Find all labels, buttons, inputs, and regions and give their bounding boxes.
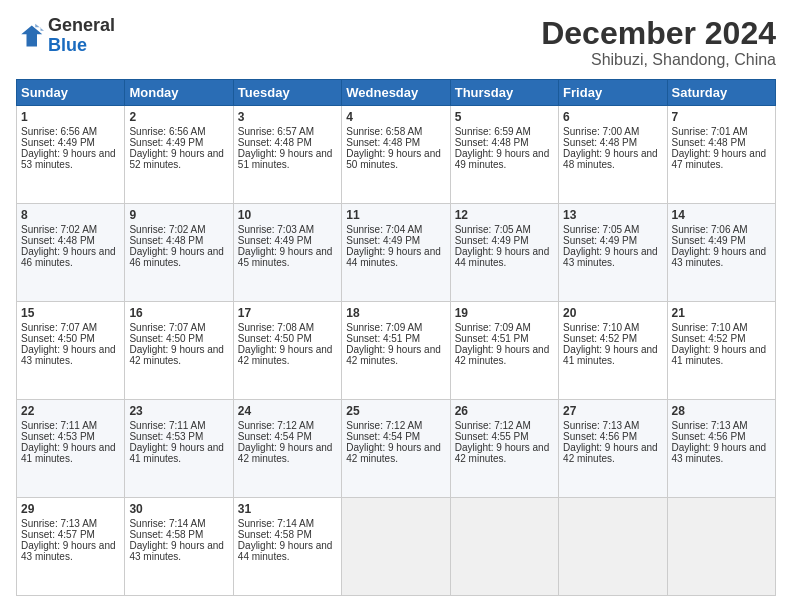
day-number: 30: [129, 502, 228, 516]
weekday-header: Saturday: [667, 80, 775, 106]
calendar-cell: 18 Sunrise: 7:09 AM Sunset: 4:51 PM Dayl…: [342, 302, 450, 400]
weekday-header: Friday: [559, 80, 667, 106]
sunset-label: Sunset: 4:49 PM: [563, 235, 637, 246]
month-title: December 2024: [541, 16, 776, 51]
calendar-cell: 15 Sunrise: 7:07 AM Sunset: 4:50 PM Dayl…: [17, 302, 125, 400]
sunset-label: Sunset: 4:51 PM: [455, 333, 529, 344]
day-number: 19: [455, 306, 554, 320]
logo-text: General Blue: [48, 16, 115, 56]
daylight-label: Daylight: 9 hours and 42 minutes.: [346, 442, 441, 464]
day-number: 25: [346, 404, 445, 418]
day-number: 18: [346, 306, 445, 320]
day-number: 22: [21, 404, 120, 418]
daylight-label: Daylight: 9 hours and 48 minutes.: [563, 148, 658, 170]
sunrise-label: Sunrise: 7:04 AM: [346, 224, 422, 235]
sunrise-label: Sunrise: 7:12 AM: [346, 420, 422, 431]
sunset-label: Sunset: 4:49 PM: [346, 235, 420, 246]
calendar-cell: 13 Sunrise: 7:05 AM Sunset: 4:49 PM Dayl…: [559, 204, 667, 302]
day-number: 1: [21, 110, 120, 124]
calendar-cell: 20 Sunrise: 7:10 AM Sunset: 4:52 PM Dayl…: [559, 302, 667, 400]
page: General Blue December 2024 Shibuzi, Shan…: [0, 0, 792, 612]
sunset-label: Sunset: 4:49 PM: [21, 137, 95, 148]
calendar: SundayMondayTuesdayWednesdayThursdayFrid…: [16, 79, 776, 596]
sunrise-label: Sunrise: 7:07 AM: [21, 322, 97, 333]
daylight-label: Daylight: 9 hours and 52 minutes.: [129, 148, 224, 170]
day-number: 4: [346, 110, 445, 124]
daylight-label: Daylight: 9 hours and 51 minutes.: [238, 148, 333, 170]
calendar-cell: [450, 498, 558, 596]
day-number: 29: [21, 502, 120, 516]
calendar-cell: 19 Sunrise: 7:09 AM Sunset: 4:51 PM Dayl…: [450, 302, 558, 400]
calendar-cell: 14 Sunrise: 7:06 AM Sunset: 4:49 PM Dayl…: [667, 204, 775, 302]
sunset-label: Sunset: 4:48 PM: [455, 137, 529, 148]
calendar-cell: 25 Sunrise: 7:12 AM Sunset: 4:54 PM Dayl…: [342, 400, 450, 498]
daylight-label: Daylight: 9 hours and 44 minutes.: [238, 540, 333, 562]
calendar-cell: [667, 498, 775, 596]
daylight-label: Daylight: 9 hours and 43 minutes.: [21, 344, 116, 366]
sunset-label: Sunset: 4:53 PM: [21, 431, 95, 442]
sunrise-label: Sunrise: 7:12 AM: [455, 420, 531, 431]
location: Shibuzi, Shandong, China: [541, 51, 776, 69]
sunrise-label: Sunrise: 7:08 AM: [238, 322, 314, 333]
sunset-label: Sunset: 4:50 PM: [238, 333, 312, 344]
day-number: 23: [129, 404, 228, 418]
calendar-cell: 23 Sunrise: 7:11 AM Sunset: 4:53 PM Dayl…: [125, 400, 233, 498]
calendar-cell: [342, 498, 450, 596]
day-number: 17: [238, 306, 337, 320]
day-number: 6: [563, 110, 662, 124]
daylight-label: Daylight: 9 hours and 42 minutes.: [563, 442, 658, 464]
sunrise-label: Sunrise: 7:11 AM: [129, 420, 205, 431]
sunset-label: Sunset: 4:50 PM: [129, 333, 203, 344]
calendar-week-row: 22 Sunrise: 7:11 AM Sunset: 4:53 PM Dayl…: [17, 400, 776, 498]
daylight-label: Daylight: 9 hours and 42 minutes.: [455, 344, 550, 366]
daylight-label: Daylight: 9 hours and 47 minutes.: [672, 148, 767, 170]
sunrise-label: Sunrise: 7:11 AM: [21, 420, 97, 431]
sunrise-label: Sunrise: 7:03 AM: [238, 224, 314, 235]
day-number: 16: [129, 306, 228, 320]
calendar-cell: 12 Sunrise: 7:05 AM Sunset: 4:49 PM Dayl…: [450, 204, 558, 302]
sunset-label: Sunset: 4:58 PM: [129, 529, 203, 540]
daylight-label: Daylight: 9 hours and 42 minutes.: [346, 344, 441, 366]
daylight-label: Daylight: 9 hours and 43 minutes.: [21, 540, 116, 562]
daylight-label: Daylight: 9 hours and 41 minutes.: [563, 344, 658, 366]
sunset-label: Sunset: 4:52 PM: [672, 333, 746, 344]
sunrise-label: Sunrise: 7:09 AM: [346, 322, 422, 333]
sunset-label: Sunset: 4:48 PM: [346, 137, 420, 148]
sunrise-label: Sunrise: 7:00 AM: [563, 126, 639, 137]
day-number: 14: [672, 208, 771, 222]
daylight-label: Daylight: 9 hours and 42 minutes.: [129, 344, 224, 366]
calendar-cell: 31 Sunrise: 7:14 AM Sunset: 4:58 PM Dayl…: [233, 498, 341, 596]
logo: General Blue: [16, 16, 115, 56]
logo-blue: Blue: [48, 35, 87, 55]
day-number: 28: [672, 404, 771, 418]
logo-icon: [16, 22, 44, 50]
header: General Blue December 2024 Shibuzi, Shan…: [16, 16, 776, 69]
sunset-label: Sunset: 4:50 PM: [21, 333, 95, 344]
daylight-label: Daylight: 9 hours and 46 minutes.: [129, 246, 224, 268]
sunrise-label: Sunrise: 7:13 AM: [672, 420, 748, 431]
calendar-cell: 9 Sunrise: 7:02 AM Sunset: 4:48 PM Dayli…: [125, 204, 233, 302]
day-number: 21: [672, 306, 771, 320]
calendar-cell: 2 Sunrise: 6:56 AM Sunset: 4:49 PM Dayli…: [125, 106, 233, 204]
day-number: 3: [238, 110, 337, 124]
calendar-cell: 10 Sunrise: 7:03 AM Sunset: 4:49 PM Dayl…: [233, 204, 341, 302]
calendar-cell: 28 Sunrise: 7:13 AM Sunset: 4:56 PM Dayl…: [667, 400, 775, 498]
sunset-label: Sunset: 4:49 PM: [238, 235, 312, 246]
calendar-cell: 27 Sunrise: 7:13 AM Sunset: 4:56 PM Dayl…: [559, 400, 667, 498]
weekday-header: Monday: [125, 80, 233, 106]
sunrise-label: Sunrise: 6:57 AM: [238, 126, 314, 137]
calendar-cell: 8 Sunrise: 7:02 AM Sunset: 4:48 PM Dayli…: [17, 204, 125, 302]
sunset-label: Sunset: 4:57 PM: [21, 529, 95, 540]
daylight-label: Daylight: 9 hours and 42 minutes.: [238, 442, 333, 464]
sunrise-label: Sunrise: 6:58 AM: [346, 126, 422, 137]
calendar-table: SundayMondayTuesdayWednesdayThursdayFrid…: [16, 79, 776, 596]
calendar-cell: 21 Sunrise: 7:10 AM Sunset: 4:52 PM Dayl…: [667, 302, 775, 400]
sunset-label: Sunset: 4:58 PM: [238, 529, 312, 540]
weekday-header-row: SundayMondayTuesdayWednesdayThursdayFrid…: [17, 80, 776, 106]
sunset-label: Sunset: 4:54 PM: [238, 431, 312, 442]
day-number: 20: [563, 306, 662, 320]
day-number: 27: [563, 404, 662, 418]
daylight-label: Daylight: 9 hours and 43 minutes.: [129, 540, 224, 562]
daylight-label: Daylight: 9 hours and 45 minutes.: [238, 246, 333, 268]
calendar-cell: 11 Sunrise: 7:04 AM Sunset: 4:49 PM Dayl…: [342, 204, 450, 302]
